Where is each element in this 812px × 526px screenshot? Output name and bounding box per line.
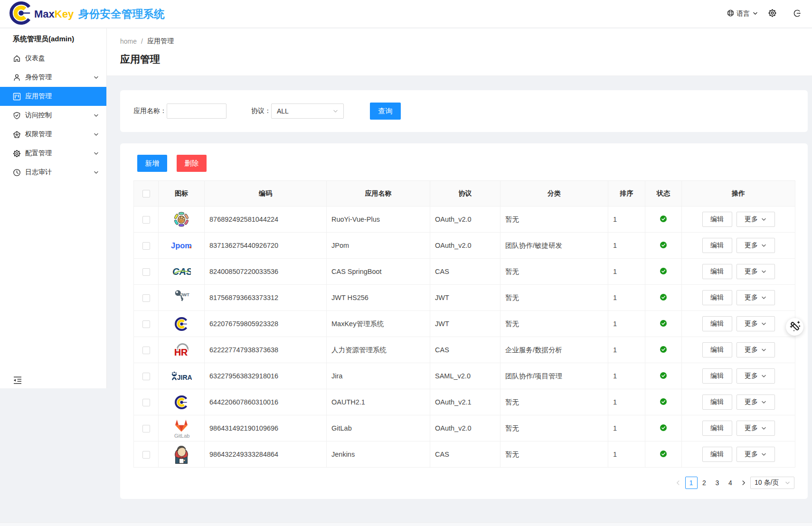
more-button[interactable]: 更多 bbox=[736, 212, 775, 227]
table-row: 622076759805923328 MaxKey管理系统 JWT 暂无 1 编… bbox=[134, 311, 795, 337]
more-button[interactable]: 更多 bbox=[736, 264, 775, 279]
table-row: GitLab 986431492190109696 GitLab OAuth_v… bbox=[134, 415, 795, 441]
logout-button[interactable] bbox=[793, 0, 801, 28]
settings-button[interactable] bbox=[768, 0, 777, 28]
app-name-input[interactable] bbox=[167, 103, 227, 119]
row-checkbox[interactable] bbox=[142, 399, 150, 406]
page-button-4[interactable]: 4 bbox=[724, 477, 736, 489]
table-row: CAS 824008507220033536 CAS SpringBoot CA… bbox=[134, 259, 795, 285]
chevron-down-icon bbox=[761, 243, 766, 248]
sidebar-item-4[interactable]: 访问控制 bbox=[0, 106, 106, 125]
sort-cell: 1 bbox=[608, 285, 645, 311]
row-checkbox[interactable] bbox=[142, 425, 150, 432]
more-button[interactable]: 更多 bbox=[736, 368, 775, 384]
table-card: 新增 删除 图标编码应用名称协议分类排序状态操作 876892492581044… bbox=[120, 143, 808, 499]
breadcrumb-home[interactable]: home bbox=[120, 38, 137, 45]
theme-wand-button[interactable] bbox=[786, 318, 803, 336]
edit-button[interactable]: 编辑 bbox=[702, 368, 732, 384]
protocol-cell: OAuth_v2.0 bbox=[430, 415, 500, 441]
sidebar-item-label: 应用管理 bbox=[25, 92, 52, 101]
protocol-select[interactable]: ALL bbox=[271, 103, 344, 119]
page-size-select[interactable]: 10 条/页 bbox=[750, 477, 794, 489]
row-checkbox[interactable] bbox=[142, 347, 150, 354]
pentagon-icon bbox=[13, 131, 21, 139]
breadcrumb-current: 应用管理 bbox=[147, 37, 174, 46]
delete-button[interactable]: 删除 bbox=[177, 155, 207, 172]
edit-button[interactable]: 编辑 bbox=[702, 394, 732, 410]
gitlab-icon: GitLab bbox=[159, 418, 204, 438]
row-checkbox[interactable] bbox=[142, 294, 150, 302]
menu-fold-button[interactable] bbox=[13, 376, 22, 385]
sidebar-item-label: 权限管理 bbox=[25, 130, 52, 139]
protocol-cell: JWT bbox=[430, 311, 500, 337]
prev-page-button[interactable] bbox=[672, 477, 684, 489]
status-enabled-icon bbox=[660, 216, 667, 222]
app-icon-cell bbox=[159, 311, 205, 337]
more-button[interactable]: 更多 bbox=[736, 238, 775, 253]
status-cell bbox=[645, 285, 682, 311]
sort-cell: 1 bbox=[608, 311, 645, 337]
globe-icon bbox=[727, 9, 734, 18]
row-select-cell bbox=[134, 363, 159, 389]
sidebar-item-7[interactable]: 日志审计 bbox=[0, 163, 106, 182]
row-checkbox[interactable] bbox=[142, 216, 150, 224]
language-menu[interactable]: 语言 bbox=[727, 0, 758, 28]
top-header: MaxKey身份安全管理系统 语言 bbox=[0, 0, 812, 28]
sidebar-item-1[interactable]: 仪表盘 bbox=[0, 49, 106, 68]
app-icon-cell: Jpom bbox=[159, 233, 205, 259]
sidebar-item-5[interactable]: 权限管理 bbox=[0, 125, 106, 144]
category-cell: 暂无 bbox=[500, 207, 608, 233]
edit-button[interactable]: 编辑 bbox=[702, 290, 732, 305]
user-icon bbox=[13, 74, 21, 82]
jenkins-icon bbox=[159, 445, 204, 464]
row-checkbox[interactable] bbox=[142, 320, 150, 328]
sort-cell: 1 bbox=[608, 259, 645, 285]
sidebar-item-2[interactable]: 身份管理 bbox=[0, 68, 106, 87]
column-header: 分类 bbox=[500, 181, 608, 207]
row-checkbox[interactable] bbox=[142, 242, 150, 250]
brand-subtitle: 身份安全管理系统 bbox=[78, 8, 165, 20]
brand-title: MaxKey身份安全管理系统 bbox=[34, 7, 165, 21]
edit-button[interactable]: 编辑 bbox=[702, 447, 732, 462]
protocol-label: 协议： bbox=[251, 107, 271, 115]
edit-button[interactable]: 编辑 bbox=[702, 421, 732, 436]
more-button[interactable]: 更多 bbox=[736, 342, 775, 357]
sidebar-item-3[interactable]: 应用管理 bbox=[0, 87, 106, 106]
more-button[interactable]: 更多 bbox=[736, 394, 775, 410]
chevron-down-icon bbox=[94, 75, 99, 80]
protocol-cell: CAS bbox=[430, 337, 500, 363]
row-checkbox[interactable] bbox=[142, 451, 150, 459]
page-button-3[interactable]: 3 bbox=[711, 477, 724, 489]
chevron-down-icon bbox=[94, 170, 99, 175]
sidebar-item-6[interactable]: 配置管理 bbox=[0, 144, 106, 163]
status-enabled-icon bbox=[660, 268, 667, 274]
row-checkbox[interactable] bbox=[142, 373, 150, 380]
next-page-button[interactable] bbox=[737, 477, 750, 489]
more-button[interactable]: 更多 bbox=[736, 421, 775, 436]
chevron-down-icon bbox=[761, 426, 766, 431]
safety-icon bbox=[13, 112, 21, 120]
add-button[interactable]: 新增 bbox=[137, 155, 167, 172]
svg-text:Jpom: Jpom bbox=[171, 241, 192, 250]
edit-button[interactable]: 编辑 bbox=[702, 238, 732, 253]
edit-button[interactable]: 编辑 bbox=[702, 264, 732, 279]
edit-button[interactable]: 编辑 bbox=[702, 316, 732, 331]
row-checkbox[interactable] bbox=[142, 268, 150, 276]
sort-cell: 1 bbox=[608, 363, 645, 389]
more-button[interactable]: 更多 bbox=[736, 316, 775, 331]
row-actions: 编辑 更多 bbox=[682, 394, 795, 410]
page-button-2[interactable]: 2 bbox=[698, 477, 710, 489]
page-button-1[interactable]: 1 bbox=[685, 477, 698, 489]
search-button[interactable]: 查询 bbox=[370, 103, 401, 120]
app-name-cell: GitLab bbox=[327, 415, 430, 441]
more-button[interactable]: 更多 bbox=[736, 290, 775, 305]
sort-cell: 1 bbox=[608, 207, 645, 233]
more-button[interactable]: 更多 bbox=[736, 447, 775, 462]
row-actions: 编辑 更多 bbox=[682, 316, 795, 331]
app-icon-cell: JWT bbox=[159, 285, 205, 311]
select-all-checkbox[interactable] bbox=[142, 190, 150, 197]
edit-button[interactable]: 编辑 bbox=[702, 212, 732, 227]
status-enabled-icon bbox=[660, 398, 667, 405]
status-enabled-icon bbox=[660, 294, 667, 301]
edit-button[interactable]: 编辑 bbox=[702, 342, 732, 357]
